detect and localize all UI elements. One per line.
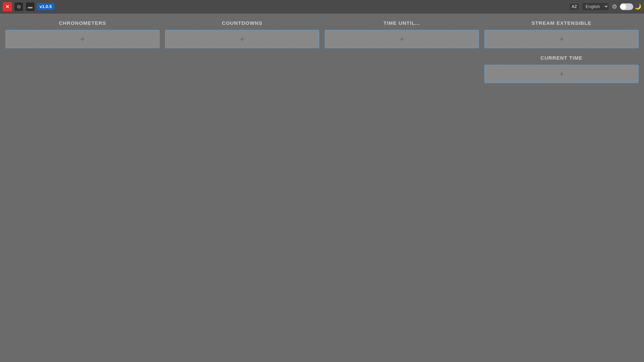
stream-extensible-title: STREAM EXTENSIBLE — [484, 19, 639, 27]
time-until-column: TIME UNTIL... + — [325, 19, 479, 357]
add-chronometer-button[interactable]: + — [5, 30, 160, 48]
close-button[interactable]: ✕ — [3, 2, 12, 11]
stream-current-wrapper: STREAM EXTENSIBLE + CURRENT TIME + — [484, 19, 639, 357]
github-button[interactable]: ⊙ — [14, 2, 23, 11]
chronometers-column: CHRONOMETERS + — [5, 19, 160, 357]
countdowns-title: COUNTDOWNS — [165, 19, 319, 27]
add-countdown-icon: + — [239, 34, 245, 44]
github-icon: ⊙ — [17, 4, 21, 9]
add-current-time-button[interactable]: + — [484, 65, 639, 83]
monitor-button[interactable]: ▬ — [25, 2, 35, 11]
toggle-track[interactable] — [620, 3, 633, 10]
current-time-section: CURRENT TIME + — [484, 54, 639, 83]
chronometers-title: CHRONOMETERS — [5, 19, 160, 27]
time-until-title: TIME UNTIL... — [325, 19, 479, 27]
theme-toggle[interactable]: 🌙 — [620, 3, 641, 10]
current-time-title: CURRENT TIME — [484, 54, 639, 62]
main-content: CHRONOMETERS + COUNTDOWNS + TIME UNTIL..… — [0, 13, 644, 362]
topbar-right: AZ English French German Spanish ⚙ 🌙 — [569, 2, 641, 11]
add-stream-extensible-button[interactable]: + — [484, 30, 639, 48]
topbar-left: ✕ ⊙ ▬ v1.0.5 — [3, 2, 54, 11]
add-stream-extensible-icon: + — [559, 34, 564, 44]
add-current-time-icon: + — [559, 69, 564, 79]
version-badge: v1.0.5 — [37, 3, 54, 10]
topbar: ✕ ⊙ ▬ v1.0.5 AZ English French German Sp… — [0, 0, 644, 13]
close-icon: ✕ — [5, 4, 9, 9]
add-time-until-icon: + — [399, 34, 404, 44]
toggle-thumb — [620, 4, 626, 10]
language-select[interactable]: English French German Spanish — [582, 2, 609, 11]
add-chronometer-icon: + — [80, 34, 85, 44]
monitor-icon: ▬ — [28, 4, 33, 9]
countdowns-column: COUNTDOWNS + — [165, 19, 319, 357]
add-time-until-button[interactable]: + — [325, 30, 479, 48]
settings-icon[interactable]: ⚙ — [612, 3, 617, 10]
language-icon: AZ — [569, 3, 579, 10]
add-countdown-button[interactable]: + — [165, 30, 319, 48]
stream-extensible-section: STREAM EXTENSIBLE + — [484, 19, 639, 48]
dark-mode-icon: 🌙 — [635, 3, 641, 10]
